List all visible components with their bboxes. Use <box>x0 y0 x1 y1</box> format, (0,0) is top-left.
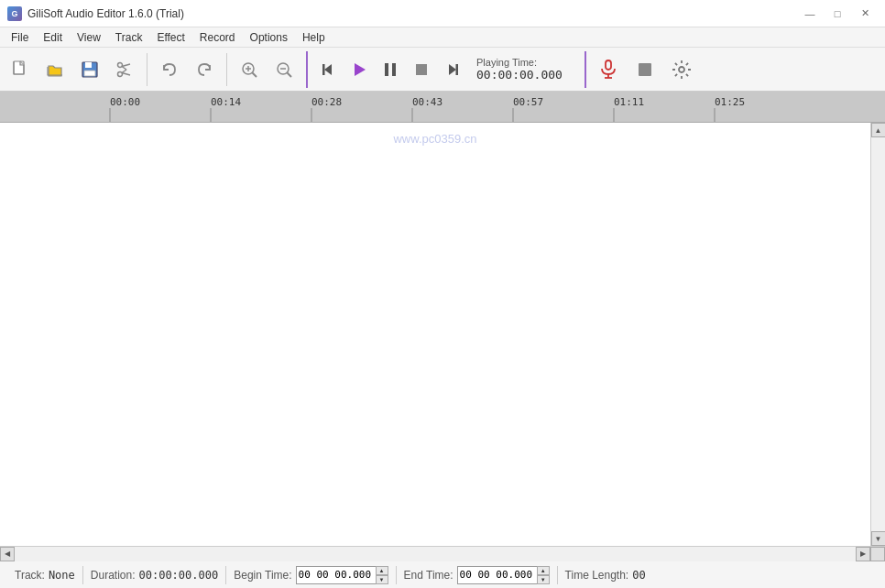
end-time-input-wrapper: ▲ ▼ <box>457 566 550 584</box>
end-time-input[interactable] <box>457 566 538 584</box>
menu-help[interactable]: Help <box>295 27 333 48</box>
svg-line-6 <box>122 64 130 67</box>
scroll-up-arrow[interactable]: ▲ <box>871 123 886 137</box>
pause-button[interactable] <box>376 55 405 84</box>
end-time-status: End Time: ▲ ▼ <box>397 566 557 584</box>
svg-text:00:28: 00:28 <box>311 96 342 108</box>
watermark: www.pc0359.cn <box>393 132 476 146</box>
time-length-value: 00 <box>632 569 645 582</box>
status-bar: Track: None Duration: 00:00:00.000 Begin… <box>0 561 885 588</box>
purple-sep-2 <box>585 51 586 88</box>
scroll-corner <box>870 547 885 561</box>
purple-sep-1 <box>306 51 308 88</box>
maximize-button[interactable]: □ <box>825 4 850 24</box>
end-time-up[interactable]: ▲ <box>537 566 550 575</box>
waveform-container: www.pc0359.cn <box>0 123 870 546</box>
svg-rect-28 <box>639 63 651 76</box>
title-left: G GiliSoft Audio Editor 1.6.0 (Trial) <box>7 6 184 21</box>
svg-marker-19 <box>355 63 366 76</box>
svg-marker-17 <box>324 64 332 75</box>
begin-time-down[interactable]: ▼ <box>376 575 388 584</box>
track-label: Track: <box>15 569 45 582</box>
open-button[interactable] <box>38 53 71 86</box>
save-button[interactable] <box>73 53 106 86</box>
svg-rect-22 <box>416 64 427 75</box>
playing-time-section: Playing Time: 00:00:00.000 <box>469 57 579 82</box>
main-content: www.pc0359.cn ▲ ▼ <box>0 123 885 546</box>
playing-time-label: Playing Time: <box>476 57 572 68</box>
menu-view[interactable]: View <box>70 27 108 48</box>
begin-time-input-wrapper: ▲ ▼ <box>296 566 388 584</box>
redo-button[interactable] <box>188 53 221 86</box>
close-button[interactable]: ✕ <box>852 4 878 24</box>
scroll-down-arrow[interactable]: ▼ <box>871 531 886 546</box>
track-status: Track: None <box>7 569 82 582</box>
app-icon: G <box>7 6 22 21</box>
svg-rect-18 <box>322 64 325 75</box>
svg-line-11 <box>253 72 257 77</box>
transport-section <box>313 55 467 84</box>
toolbar-sep-1 <box>147 53 148 86</box>
zoom-out-button[interactable] <box>268 53 300 86</box>
svg-text:01:11: 01:11 <box>614 96 644 108</box>
track-value: None <box>49 569 75 582</box>
play-button[interactable] <box>344 55 374 84</box>
menu-record[interactable]: Record <box>192 27 243 48</box>
begin-time-label: Begin Time: <box>234 569 291 582</box>
stop-button[interactable] <box>407 55 436 84</box>
rec-stop-button[interactable] <box>628 53 661 86</box>
svg-line-9 <box>122 70 126 73</box>
new-button[interactable] <box>4 53 37 86</box>
menu-file[interactable]: File <box>4 27 36 48</box>
title-bar: G GiliSoft Audio Editor 1.6.0 (Trial) — … <box>0 0 885 27</box>
menu-track[interactable]: Track <box>108 27 150 48</box>
svg-rect-2 <box>85 62 92 68</box>
menu-options[interactable]: Options <box>243 27 295 48</box>
svg-line-8 <box>122 66 126 70</box>
bottom-scrollbar: ◀ ▶ <box>0 546 885 561</box>
scissors-button[interactable] <box>108 53 141 86</box>
scroll-right-arrow[interactable]: ▶ <box>856 547 870 561</box>
begin-time-input[interactable] <box>296 566 377 584</box>
duration-value: 00:00:00.000 <box>139 569 219 582</box>
end-time-down[interactable]: ▼ <box>537 575 550 584</box>
svg-text:00:43: 00:43 <box>412 96 442 108</box>
right-scrollbar: ▲ ▼ <box>870 123 885 546</box>
svg-text:00:57: 00:57 <box>513 96 543 108</box>
scroll-left-arrow[interactable]: ◀ <box>0 547 15 561</box>
svg-point-29 <box>679 67 684 72</box>
begin-time-up[interactable]: ▲ <box>376 566 388 575</box>
end-time-label: End Time: <box>404 569 453 582</box>
minimize-button[interactable]: — <box>797 4 823 24</box>
svg-line-7 <box>122 72 130 75</box>
window-controls: — □ ✕ <box>797 4 878 24</box>
undo-button[interactable] <box>153 53 186 86</box>
svg-text:00:00: 00:00 <box>110 96 140 108</box>
title-text: GiliSoft Audio Editor 1.6.0 (Trial) <box>27 7 184 20</box>
begin-time-spin: ▲ ▼ <box>376 566 388 584</box>
svg-rect-3 <box>84 71 95 76</box>
svg-text:01:25: 01:25 <box>715 96 745 108</box>
mic-button[interactable] <box>592 53 625 86</box>
begin-time-status: Begin Time: ▲ ▼ <box>226 566 395 584</box>
settings-button[interactable] <box>665 53 698 86</box>
menu-edit[interactable]: Edit <box>36 27 70 48</box>
svg-rect-24 <box>456 64 459 75</box>
timeline-ruler: 00:00 00:14 00:28 00:43 00:57 01:11 01:2… <box>0 92 885 123</box>
svg-point-4 <box>118 71 123 76</box>
record-section <box>592 53 698 86</box>
toolbar: Playing Time: 00:00:00.000 <box>0 48 885 92</box>
svg-marker-23 <box>449 64 456 75</box>
time-length-label: Time Length: <box>565 569 629 582</box>
svg-line-15 <box>288 72 292 77</box>
playing-time-value: 00:00:00.000 <box>476 68 572 82</box>
zoom-in-button[interactable] <box>233 53 266 86</box>
skip-forward-button[interactable] <box>438 55 467 84</box>
scroll-track-horizontal[interactable] <box>15 547 856 561</box>
skip-back-button[interactable] <box>313 55 343 84</box>
scroll-track-vertical[interactable] <box>871 137 886 531</box>
menu-effect[interactable]: Effect <box>149 27 191 48</box>
svg-rect-25 <box>606 60 611 70</box>
menu-bar: File Edit View Track Effect Record Optio… <box>0 27 885 48</box>
end-time-spin: ▲ ▼ <box>537 566 550 584</box>
